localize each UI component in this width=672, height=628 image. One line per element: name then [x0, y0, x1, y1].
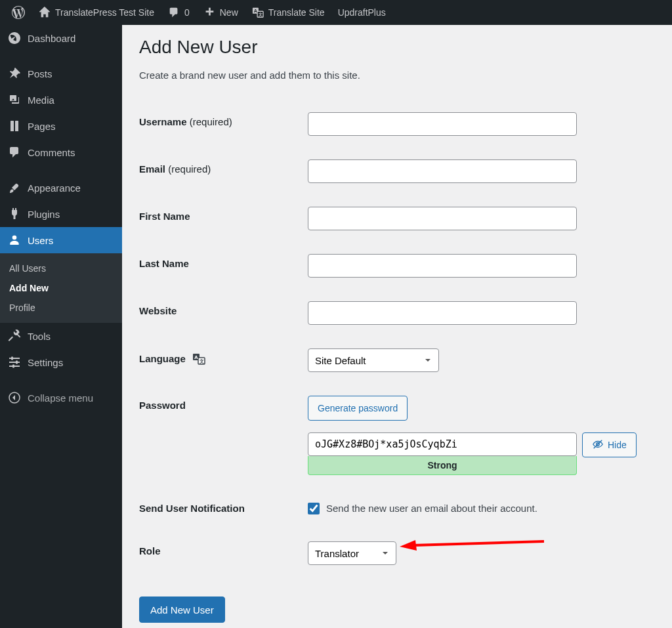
menu-dashboard[interactable]: Dashboard — [0, 25, 122, 51]
svg-text:A: A — [194, 354, 198, 360]
website-label: Website — [139, 289, 308, 337]
site-name-text: TranslatePress Test Site — [55, 7, 154, 18]
hide-password-button[interactable]: Hide — [582, 432, 637, 457]
first-name-input[interactable] — [308, 207, 577, 230]
menu-label: Tools — [28, 331, 51, 342]
admin-topbar: TranslatePress Test Site 0 New A文 Transl… — [0, 0, 672, 25]
menu-pages[interactable]: Pages — [0, 113, 122, 139]
menu-comments[interactable]: Comments — [0, 139, 122, 165]
menu-plugins[interactable]: Plugins — [0, 201, 122, 227]
translate-site-link[interactable]: A文 Translate Site — [245, 0, 331, 25]
menu-label: Collapse menu — [28, 392, 93, 404]
password-strength-indicator: Strong — [308, 456, 577, 475]
menu-settings[interactable]: Settings — [0, 349, 122, 375]
updraft-label: UpdraftPlus — [338, 7, 386, 18]
menu-label: Dashboard — [28, 33, 75, 44]
role-select[interactable]: Translator — [308, 541, 396, 565]
comment-icon — [167, 6, 180, 19]
menu-posts[interactable]: Posts — [0, 60, 122, 87]
comments-count: 0 — [184, 7, 190, 18]
generate-password-button[interactable]: Generate password — [308, 396, 408, 421]
menu-label: Users — [28, 235, 53, 246]
submit-button[interactable]: Add New User — [139, 597, 225, 623]
menu-label: Comments — [28, 147, 75, 158]
svg-text:A: A — [254, 8, 257, 14]
translate-icon: A文 — [192, 352, 205, 367]
svg-marker-20 — [400, 540, 417, 551]
username-input[interactable] — [308, 112, 577, 136]
page-description: Create a brand new user and add them to … — [139, 70, 655, 81]
email-input[interactable] — [308, 159, 577, 183]
collapse-menu[interactable]: Collapse menu — [0, 385, 122, 411]
menu-media[interactable]: Media — [0, 87, 122, 113]
svg-rect-9 — [11, 357, 13, 360]
user-form: Username (required) Email (required) Fir… — [139, 100, 655, 577]
username-label: Username (required) — [139, 100, 308, 148]
brush-icon — [8, 181, 21, 194]
menu-label: Pages — [28, 121, 56, 132]
first-name-label: First Name — [139, 195, 308, 242]
translate-label: Translate Site — [268, 7, 325, 18]
home-icon — [38, 6, 51, 19]
svg-rect-10 — [16, 361, 18, 364]
svg-line-19 — [413, 541, 544, 545]
menu-label: Appearance — [28, 182, 81, 194]
svg-rect-6 — [9, 358, 20, 359]
submenu-add-new[interactable]: Add New — [0, 278, 122, 298]
svg-rect-4 — [10, 121, 14, 131]
language-label: Language A文 — [139, 337, 308, 384]
new-content-link[interactable]: New — [196, 0, 245, 25]
page-title: Add New User — [139, 37, 655, 58]
pin-icon — [8, 67, 21, 80]
eye-slash-icon — [592, 438, 604, 452]
svg-rect-11 — [12, 365, 14, 368]
wp-logo[interactable] — [5, 0, 32, 25]
new-label: New — [220, 7, 238, 18]
svg-rect-5 — [15, 121, 18, 131]
plus-icon — [203, 6, 216, 19]
menu-users[interactable]: Users — [0, 227, 122, 253]
arrow-annotation — [400, 535, 544, 552]
comments-link[interactable]: 0 — [161, 0, 196, 25]
notification-checkbox[interactable] — [308, 503, 320, 514]
plug-icon — [8, 207, 21, 220]
menu-tools[interactable]: Tools — [0, 323, 122, 349]
menu-label: Posts — [28, 68, 52, 79]
wordpress-icon — [12, 6, 25, 19]
menu-label: Plugins — [28, 209, 60, 220]
svg-text:文: 文 — [257, 12, 262, 16]
pages-icon — [8, 119, 21, 133]
translate-icon: A文 — [251, 6, 264, 19]
wrench-icon — [8, 329, 21, 343]
last-name-input[interactable] — [308, 254, 577, 278]
menu-label: Media — [28, 94, 54, 106]
language-select[interactable]: Site Default — [308, 348, 439, 372]
submenu-profile[interactable]: Profile — [0, 298, 122, 318]
users-submenu: All Users Add New Profile — [0, 253, 122, 323]
admin-sidebar: Dashboard Posts Media Pages Comments App… — [0, 0, 122, 628]
last-name-label: Last Name — [139, 242, 308, 289]
role-label: Role — [139, 530, 308, 577]
sliders-icon — [8, 356, 21, 369]
menu-label: Settings — [28, 357, 63, 368]
svg-rect-7 — [9, 362, 20, 363]
dashboard-icon — [8, 31, 21, 45]
website-input[interactable] — [308, 301, 577, 325]
site-name-link[interactable]: TranslatePress Test Site — [32, 0, 161, 25]
menu-appearance[interactable]: Appearance — [0, 175, 122, 201]
comments-icon — [8, 146, 21, 159]
main-content: Add New User Create a brand new user and… — [122, 0, 672, 628]
updraft-link[interactable]: UpdraftPlus — [331, 0, 392, 25]
user-icon — [8, 234, 21, 247]
email-label: Email (required) — [139, 148, 308, 195]
password-label: Password — [139, 384, 308, 487]
svg-text:文: 文 — [199, 358, 204, 364]
media-icon — [8, 93, 21, 106]
password-input[interactable] — [308, 432, 577, 456]
notification-label: Send User Notification — [139, 487, 308, 530]
submenu-all-users[interactable]: All Users — [0, 259, 122, 278]
notification-checkbox-label[interactable]: Send the new user an email about their a… — [308, 503, 648, 514]
collapse-icon — [8, 391, 21, 404]
